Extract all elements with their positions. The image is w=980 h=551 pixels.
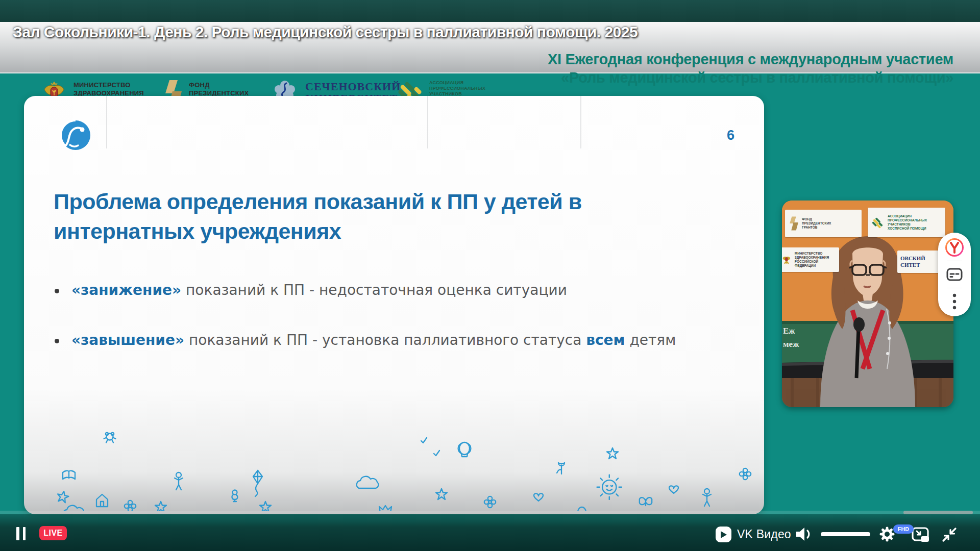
exit-fullscreen-icon[interactable] — [941, 527, 958, 543]
grants-fund-icon — [788, 216, 799, 231]
card-label-line: ГРАНТОВ — [802, 226, 831, 230]
slide-header-divider — [106, 96, 107, 148]
sechenov-label-line: СЕЧЕНОВСКИЙ — [305, 81, 401, 92]
presenter-card-grants: ФОНД ПРЕЗИДЕНТСКИХ ГРАНТОВ — [785, 210, 862, 237]
presenter-card-association: АССОЦИАЦИЯ ПРОФЕССИОНАЛЬНЫХ УЧАСТНИКОВ Х… — [868, 208, 945, 237]
minzdrav-label-line: МИНИСТЕРСТВО — [74, 81, 167, 89]
conference-title: XI Ежегодная конференция с международным… — [548, 50, 953, 87]
slide-bullet-2: «завышение» показаний к ПП - установка п… — [55, 332, 676, 348]
association-label-line: ПРОФЕССИОНАЛЬНЫХ — [429, 86, 485, 91]
card-label-line: ХОСПИСНОЙ ПОМОЩИ — [888, 227, 927, 231]
bullet-text: показаний к ПП - недостаточная оценка си… — [181, 282, 567, 298]
panel-divider — [947, 288, 962, 288]
slide-page-number: 6 — [727, 128, 734, 143]
children-doodles-graphic — [33, 425, 754, 511]
card-label-line: ФОНД — [802, 217, 831, 221]
live-badge[interactable]: LIVE — [39, 526, 67, 540]
slide-bullet-1: «занижение» показаний к ПП - недостаточн… — [55, 282, 567, 298]
card-label-line: УЧАСТНИКОВ — [888, 222, 927, 227]
card-label-line: ОВСКИЙ — [900, 255, 925, 262]
slide-header-divider — [427, 96, 428, 148]
presentation-slide: 6 Проблема определения показаний к ПП у … — [24, 96, 764, 514]
quality-badge[interactable]: FHD — [893, 524, 914, 534]
volume-slider[interactable] — [821, 532, 870, 536]
bullet-text: детям — [625, 332, 676, 348]
bullet-text: показаний к ПП - установка паллиативного… — [184, 332, 586, 348]
conference-title-line2: «Роль медицинской сестры в паллиативной … — [548, 68, 953, 87]
top-strip — [0, 0, 980, 22]
card-label-line: СИТЕТ — [900, 262, 925, 268]
card-label-line: ПРЕЗИДЕНТСКИХ — [802, 221, 831, 226]
card-label-line: ЗДРАВООХРАНЕНИЯ — [795, 256, 836, 260]
subtitles-icon — [946, 268, 963, 281]
vk-video-label: VK Видео — [737, 528, 791, 541]
presenter-card-minzdrav: МИНИСТЕРСТВО ЗДРАВООХРАНЕНИЯ РОССИЙСКОЙ … — [782, 247, 839, 272]
card-label-line: РОССИЙСКОЙ ФЕДЕРАЦИИ — [795, 260, 836, 268]
slide-title: Проблема определения показаний к ПП у де… — [54, 187, 605, 246]
backdrop-text: Еж — [783, 326, 795, 336]
bullet-dot — [55, 339, 59, 343]
bullet-emphasis: всем — [586, 332, 625, 348]
card-label-line: МИНИСТЕРСТВО — [795, 252, 836, 256]
association-label-line: АССОЦИАЦИЯ — [429, 80, 485, 86]
seek-live-segment[interactable] — [903, 511, 973, 514]
seek-bar[interactable] — [0, 511, 980, 514]
yandex-button[interactable] — [945, 239, 964, 256]
card-label-line: ПРОФЕССИОНАЛЬНЫХ — [888, 218, 927, 222]
stream-title: Зал Сокольники-1. День 2. Роль медицинск… — [13, 23, 676, 41]
slide-header-divider — [580, 96, 581, 148]
video-player-stage: МИНИСТЕРСТВО ЗДРАВООХРАНЕНИЯ РОССИЙСКОЙ … — [0, 0, 980, 551]
bullet-dot — [55, 289, 59, 293]
bullet-term: «завышение» — [71, 332, 184, 348]
conference-title-line1: XI Ежегодная конференция с международным… — [548, 50, 953, 68]
subtitles-button[interactable] — [945, 266, 964, 283]
volume-icon[interactable] — [794, 526, 814, 542]
vk-video-logo-icon — [716, 527, 731, 542]
panel-divider — [947, 261, 962, 261]
grants-label-line: ФОНД — [189, 81, 249, 89]
presenter-video[interactable]: ФОНД ПРЕЗИДЕНТСКИХ ГРАНТОВ АССОЦИАЦИЯ ПР… — [782, 201, 953, 407]
yandex-icon — [945, 238, 964, 257]
backdrop-text: меж — [783, 339, 799, 349]
vk-video-brand[interactable]: VK Видео — [716, 527, 791, 542]
card-label-line: АССОЦИАЦИЯ — [888, 214, 927, 218]
more-options-button[interactable] — [945, 293, 964, 310]
association-hands-icon — [871, 215, 885, 230]
picture-in-picture-icon[interactable] — [912, 527, 930, 542]
more-vertical-icon — [952, 293, 957, 310]
pause-button[interactable] — [16, 527, 29, 540]
side-tools-panel — [938, 233, 971, 316]
minzdrav-eagle-icon — [782, 254, 792, 266]
bullet-term: «занижение» — [71, 282, 181, 298]
slide-logo-elephant-icon — [60, 119, 91, 151]
